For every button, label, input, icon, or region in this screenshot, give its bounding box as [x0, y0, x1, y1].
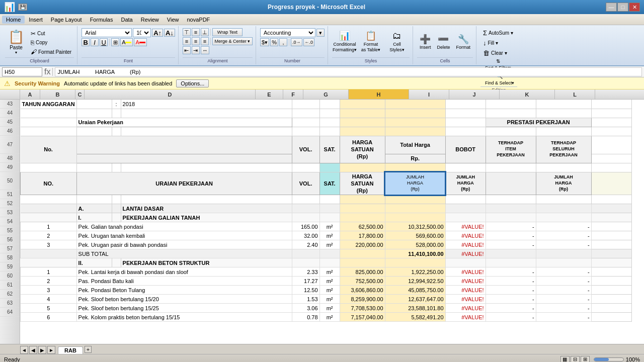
- cell-f44[interactable]: [319, 109, 340, 118]
- col-header-e[interactable]: E: [256, 89, 283, 99]
- row-num-56[interactable]: 56: [0, 235, 20, 244]
- col-header-h[interactable]: H: [349, 89, 409, 99]
- cell-f51[interactable]: [319, 195, 340, 204]
- cell-j45[interactable]: PRESTASI PEKERJAAN: [486, 118, 591, 127]
- row-num-53[interactable]: 53: [0, 208, 20, 217]
- comma-button[interactable]: ,: [279, 38, 287, 46]
- cell-l57[interactable]: [591, 249, 631, 258]
- cell-e57[interactable]: [292, 249, 319, 258]
- cell-a47[interactable]: No.: [21, 136, 77, 163]
- cell-f55[interactable]: m²: [319, 231, 340, 240]
- cell-e44[interactable]: [292, 109, 319, 118]
- copy-button[interactable]: ⎘ Copy: [28, 39, 74, 47]
- cell-g61[interactable]: 3,606,860.00: [340, 286, 385, 295]
- cell-e58[interactable]: [292, 258, 319, 267]
- cell-e55[interactable]: 32.00: [292, 231, 319, 240]
- cell-f49[interactable]: [319, 163, 340, 172]
- cell-a56[interactable]: 3: [21, 240, 77, 249]
- cell-j61[interactable]: -: [486, 286, 536, 295]
- cell-e56[interactable]: 2.40: [292, 240, 319, 249]
- cell-i63[interactable]: #VALUE!: [445, 304, 486, 313]
- cell-a51[interactable]: [21, 195, 77, 204]
- row-num-46[interactable]: 46: [0, 127, 20, 136]
- cell-l48[interactable]: [591, 154, 631, 163]
- cell-i47[interactable]: BOBOT: [445, 136, 486, 163]
- cell-b56[interactable]: Pek. Urugan pasir di bawah pondasi: [76, 240, 292, 249]
- cell-l62[interactable]: [591, 295, 631, 304]
- cell-h57[interactable]: 11,410,100.00: [385, 249, 445, 258]
- cell-styles-button[interactable]: 🗂Cell Styles▾: [384, 28, 410, 55]
- cell-c53[interactable]: [112, 213, 121, 222]
- cell-e61[interactable]: 12.50: [292, 286, 319, 295]
- cell-l54[interactable]: [591, 222, 631, 231]
- cell-a61[interactable]: 3: [21, 286, 77, 295]
- cell-i50[interactable]: JUMLAHHARGA(Rp): [445, 172, 486, 195]
- cell-k50[interactable]: JUMLAHHARGA(Rp): [536, 172, 591, 195]
- cell-j54[interactable]: -: [486, 222, 536, 231]
- font-size-select[interactable]: 10: [133, 28, 151, 37]
- italic-button[interactable]: I: [91, 38, 99, 46]
- sheet-tab-rab[interactable]: RAB: [58, 346, 83, 354]
- cell-k44[interactable]: [536, 109, 591, 118]
- cell-a54[interactable]: 1: [21, 222, 77, 231]
- cell-i56[interactable]: #VALUE!: [445, 240, 486, 249]
- cell-a53[interactable]: [21, 213, 77, 222]
- cell-i45[interactable]: [445, 118, 486, 127]
- cell-a63[interactable]: 5: [21, 304, 77, 313]
- cell-i53[interactable]: [445, 213, 486, 222]
- cell-a58[interactable]: [21, 258, 77, 267]
- cell-d51[interactable]: [121, 195, 292, 204]
- cell-a64[interactable]: 6: [21, 313, 77, 322]
- cell-d52[interactable]: LANTAI DASAR: [121, 204, 292, 213]
- cell-i55[interactable]: #VALUE!: [445, 231, 486, 240]
- cell-b53[interactable]: I.: [76, 213, 112, 222]
- row-num-62[interactable]: 62: [0, 290, 20, 299]
- cell-j62[interactable]: -: [486, 295, 536, 304]
- cell-k57[interactable]: [536, 249, 591, 258]
- cell-a46[interactable]: [21, 127, 77, 136]
- menu-page-layout[interactable]: Page Layout: [47, 16, 86, 24]
- cell-j43[interactable]: [486, 100, 536, 109]
- cell-h62[interactable]: 12,637,647.00: [385, 295, 445, 304]
- cell-k63[interactable]: -: [536, 304, 591, 313]
- row-num-48[interactable]: 48: [0, 154, 20, 163]
- cell-d53[interactable]: PEKERJAAN GALIAN TANAH: [121, 213, 292, 222]
- cell-f46[interactable]: [319, 127, 340, 136]
- cell-d46[interactable]: [121, 127, 292, 136]
- cell-e60[interactable]: 17.27: [292, 277, 319, 286]
- cell-c52[interactable]: [112, 204, 121, 213]
- cell-c46[interactable]: [112, 127, 121, 136]
- cell-i51[interactable]: [445, 195, 486, 204]
- col-header-g[interactable]: G: [303, 89, 349, 99]
- cell-l45[interactable]: [591, 118, 631, 127]
- col-header-a[interactable]: A: [20, 89, 40, 99]
- cell-h64[interactable]: 5,582,491.20: [385, 313, 445, 322]
- text-direction[interactable]: ↔: [201, 46, 209, 54]
- increase-decimal[interactable]: .0→: [291, 38, 302, 46]
- zoom-slider[interactable]: [594, 357, 624, 361]
- row-num-47[interactable]: 47: [0, 136, 20, 154]
- cell-g43[interactable]: [340, 100, 385, 109]
- cell-b54[interactable]: Pek. Galian tanah pondasi: [76, 222, 292, 231]
- close-btn[interactable]: ✕: [629, 3, 640, 12]
- cell-k58[interactable]: [536, 258, 591, 267]
- cell-l63[interactable]: [591, 304, 631, 313]
- cell-h49[interactable]: [385, 163, 445, 172]
- layout-view-btn[interactable]: ⊟: [571, 356, 580, 363]
- cell-g49[interactable]: [340, 163, 385, 172]
- cell-j64[interactable]: -: [486, 313, 536, 322]
- cell-l61[interactable]: [591, 286, 631, 295]
- cell-h50[interactable]: JUMLAHHARGA(Rp): [385, 172, 445, 195]
- name-box[interactable]: [2, 67, 42, 76]
- delete-button[interactable]: ➖Delete: [434, 28, 452, 55]
- cell-f61[interactable]: m²: [319, 286, 340, 295]
- cell-e59[interactable]: 2.33: [292, 267, 319, 277]
- row-num-58[interactable]: 58: [0, 253, 20, 262]
- cell-h59[interactable]: 1,922,250.00: [385, 267, 445, 277]
- cell-i43[interactable]: [445, 100, 486, 109]
- row-num-43[interactable]: 43: [0, 100, 20, 109]
- col-header-f[interactable]: F: [283, 89, 303, 99]
- cell-a44[interactable]: [21, 109, 77, 118]
- cell-a45[interactable]: [21, 118, 77, 127]
- cell-e64[interactable]: 0.78: [292, 313, 319, 322]
